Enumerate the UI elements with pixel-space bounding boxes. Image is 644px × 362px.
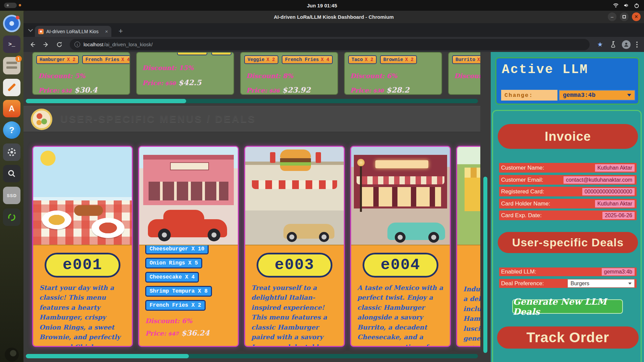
help-icon: ? bbox=[9, 125, 14, 135]
illustration-shape bbox=[280, 166, 311, 171]
menu-card[interactable]: HamburgerX 2 French FriesX 4 Discount: 5… bbox=[32, 52, 130, 95]
window-titlebar[interactable]: AI-driven LoRa/LLM Kiosk Dashboard - Chr… bbox=[23, 11, 644, 23]
reload-icon bbox=[56, 41, 63, 48]
invoice-field-row[interactable]: Card Holder Name: Kutluhan Aktar bbox=[499, 199, 637, 208]
clock[interactable]: Jun 19 01:45 bbox=[307, 3, 337, 8]
maximize-icon bbox=[623, 15, 626, 18]
back-button[interactable] bbox=[28, 40, 38, 50]
menu-card[interactable]: VeggieX 2 French FriesX 4 Discount: 8% P… bbox=[240, 52, 338, 95]
generate-deals-button[interactable]: Generate New LLM Deals bbox=[512, 299, 623, 314]
horizontal-scrollbar[interactable] bbox=[26, 99, 478, 103]
deal-card[interactable]: Cheeseburger X 10Onion Rings X 5 Cheesec… bbox=[138, 146, 239, 347]
dock-item-files[interactable]: 1 bbox=[3, 57, 20, 74]
illustration-shape bbox=[42, 210, 71, 229]
activities-indicator[interactable] bbox=[4, 3, 17, 8]
invoice-field-row[interactable]: Card Exp. Date: 2025-06-26 bbox=[499, 210, 637, 220]
illustration-shape bbox=[357, 159, 365, 166]
scrollbar-thumb[interactable] bbox=[26, 354, 189, 358]
illustration-shape bbox=[158, 229, 171, 241]
menu-card[interactable]: Discount: 15% Price:$50$42.5 bbox=[136, 52, 234, 95]
deal-card[interactable]: Indulge a deligh includes Hambu lusciou … bbox=[456, 146, 480, 347]
deal-id-badge[interactable]: e003 bbox=[257, 253, 332, 278]
tab-close-icon[interactable]: × bbox=[105, 28, 108, 34]
invoice-button[interactable]: Invoice bbox=[498, 124, 638, 149]
forward-icon bbox=[42, 41, 50, 48]
deal-card[interactable]: e001 Start your day with a classic! This… bbox=[32, 146, 133, 347]
track-order-button[interactable]: Track Order bbox=[497, 326, 639, 349]
new-tab-button[interactable]: + bbox=[116, 26, 125, 36]
kiosk-page: HamburgerX 2 French FriesX 4 Discount: 5… bbox=[23, 52, 644, 362]
menu-card[interactable]: BurritoX Discount: bbox=[448, 52, 480, 95]
horizontal-scrollbar[interactable] bbox=[26, 354, 478, 358]
close-button[interactable]: × bbox=[632, 12, 641, 21]
dock-item-text-editor[interactable] bbox=[3, 79, 20, 96]
bookmark-star-icon[interactable]: ★ bbox=[595, 40, 605, 50]
user-specific-deals-button[interactable]: User-specific Deals bbox=[498, 232, 638, 253]
deal-card[interactable]: e003 Treat yourself to a delightful Ital… bbox=[244, 146, 345, 347]
forward-button[interactable] bbox=[41, 40, 51, 50]
field-value[interactable]: 0000000000000000 bbox=[582, 188, 635, 195]
site-info-icon[interactable]: i bbox=[74, 42, 80, 47]
field-value[interactable]: Kutluhan Aktar bbox=[595, 164, 635, 172]
invoice-field-row[interactable]: Registered Card: 0000000000000000 bbox=[499, 187, 637, 196]
discount-text: Discount: 6% bbox=[145, 317, 232, 324]
scrollbar-thumb[interactable] bbox=[26, 99, 186, 103]
new-price: $30.4 bbox=[74, 85, 98, 94]
invoice-field-row[interactable]: Customer Email: contact@kutluhanaktar.co… bbox=[499, 175, 637, 185]
notification-dot bbox=[19, 4, 21, 6]
deal-item-chip: Onion Rings X 5 bbox=[145, 258, 202, 268]
minimize-button[interactable]: – bbox=[608, 12, 616, 21]
dock-item-package-manager[interactable] bbox=[3, 208, 20, 226]
menu-card[interactable]: TacoX 2 BrownieX 2 Discount: 6% Price:$3… bbox=[344, 52, 442, 95]
item-qty: X 2 bbox=[266, 57, 275, 62]
magnifier-icon bbox=[7, 169, 16, 178]
gear-icon bbox=[7, 147, 17, 157]
reload-button[interactable] bbox=[54, 40, 64, 50]
price-label: Price: bbox=[246, 86, 267, 94]
maximize-button[interactable] bbox=[620, 12, 629, 21]
dock-item-terminal[interactable]: >_ bbox=[3, 36, 20, 53]
tab-search-chevron-icon[interactable] bbox=[28, 27, 33, 32]
address-bar[interactable]: i localhost/ai_driven_lora_kiosk/ bbox=[70, 39, 590, 50]
system-status-icons[interactable] bbox=[613, 0, 639, 11]
dock-item-settings[interactable] bbox=[3, 143, 20, 161]
field-label: Card Holder Name: bbox=[501, 200, 550, 207]
dock-item-help[interactable]: ? bbox=[3, 121, 20, 139]
terminal-icon: >_ bbox=[8, 41, 15, 48]
item-name: Onion Rings bbox=[150, 260, 185, 266]
item-qty: X 2 bbox=[365, 57, 373, 62]
lab-flask-icon[interactable] bbox=[608, 40, 619, 50]
vertical-scrollbar-thumb[interactable] bbox=[483, 177, 487, 353]
field-label: Customer Email: bbox=[501, 177, 543, 183]
browser-tab[interactable]: AI-driven LoRa/LLM Kios × bbox=[35, 26, 111, 37]
deal-preference-select[interactable]: Burgers bbox=[568, 279, 635, 288]
llm-model-select[interactable]: gemma3:4b bbox=[559, 90, 635, 101]
deal-id-badge[interactable]: e004 bbox=[363, 253, 438, 278]
deal-card-body: Indulge a deligh includes Hambu lusciou … bbox=[457, 245, 480, 346]
files-icon bbox=[6, 66, 17, 69]
deal-card[interactable]: e004 A taste of Mexico with a perfect tw… bbox=[350, 146, 451, 347]
field-value[interactable]: Kutluhan Aktar bbox=[595, 200, 635, 207]
dock-item-chromium[interactable] bbox=[3, 15, 20, 32]
item-name: Cheeseburger bbox=[150, 246, 188, 252]
item-name: French Fries bbox=[285, 57, 319, 62]
chromium-icon bbox=[9, 21, 14, 26]
invoice-field-row[interactable]: Customer Name: Kutluhan Aktar bbox=[499, 163, 637, 173]
old-price: $47 bbox=[168, 331, 178, 337]
deal-id-badge[interactable]: e001 bbox=[45, 253, 120, 278]
illustration-shape bbox=[360, 187, 441, 206]
illustration-shape bbox=[252, 180, 337, 189]
menu-kebab-icon[interactable] bbox=[634, 40, 640, 49]
desc-line: a deligh bbox=[463, 294, 480, 304]
dock-item-ssd[interactable]: SSD bbox=[3, 187, 20, 204]
chromium-notification-dot bbox=[16, 16, 19, 19]
field-value[interactable]: contact@kutluhanaktar.com bbox=[564, 176, 635, 184]
dot bbox=[636, 42, 638, 43]
profile-avatar[interactable] bbox=[622, 40, 631, 49]
dock-item-screenshot[interactable] bbox=[3, 165, 20, 182]
deal-card-body: e001 Start your day with a classic! This… bbox=[33, 245, 132, 346]
field-value[interactable]: 2025-06-26 bbox=[602, 212, 635, 219]
dock-item-software[interactable]: A bbox=[3, 100, 20, 117]
price-text: Price:$30$28.2 bbox=[350, 85, 409, 94]
browser-window: AI-driven LoRa/LLM Kiosk Dashboard - Chr… bbox=[23, 11, 644, 362]
